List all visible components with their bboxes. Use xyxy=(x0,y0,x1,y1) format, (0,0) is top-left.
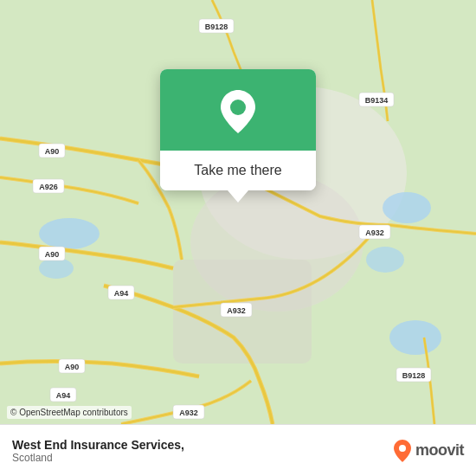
svg-point-6 xyxy=(383,192,431,223)
svg-text:A932: A932 xyxy=(365,228,384,237)
popup-top xyxy=(160,69,316,151)
location-name: West End Insurance Services, xyxy=(12,438,184,452)
svg-text:A94: A94 xyxy=(114,289,129,298)
moovit-logo: moovit xyxy=(393,439,464,463)
bottom-bar: West End Insurance Services, Scotland mo… xyxy=(0,424,476,476)
svg-point-8 xyxy=(366,247,404,273)
svg-point-7 xyxy=(389,320,441,355)
svg-point-33 xyxy=(230,100,246,115)
moovit-pin-icon xyxy=(393,439,412,463)
svg-point-4 xyxy=(39,218,100,249)
svg-point-5 xyxy=(39,258,74,279)
svg-text:A94: A94 xyxy=(56,391,71,400)
svg-text:B9128: B9128 xyxy=(205,23,228,31)
map-container: A90 A90 A90 A94 A94 A926 A932 A932 A932 … xyxy=(0,0,476,424)
svg-text:A90: A90 xyxy=(65,363,80,371)
svg-text:A926: A926 xyxy=(39,183,58,191)
svg-point-34 xyxy=(399,445,406,452)
take-me-there-button[interactable]: Take me there xyxy=(160,151,316,190)
osm-credit: © OpenStreetMap contributors xyxy=(7,406,132,419)
popup-arrow xyxy=(228,190,248,203)
svg-text:B9128: B9128 xyxy=(402,371,426,380)
moovit-brand-text: moovit xyxy=(415,441,464,460)
location-pin-icon xyxy=(219,88,257,135)
location-info: West End Insurance Services, Scotland xyxy=(12,438,184,464)
svg-text:A90: A90 xyxy=(45,250,60,259)
location-region: Scotland xyxy=(12,452,184,464)
svg-text:A932: A932 xyxy=(227,306,246,315)
popup-card: Take me there xyxy=(160,69,316,190)
svg-text:B9134: B9134 xyxy=(365,96,389,105)
svg-text:A932: A932 xyxy=(179,408,198,417)
svg-text:A90: A90 xyxy=(45,147,60,156)
